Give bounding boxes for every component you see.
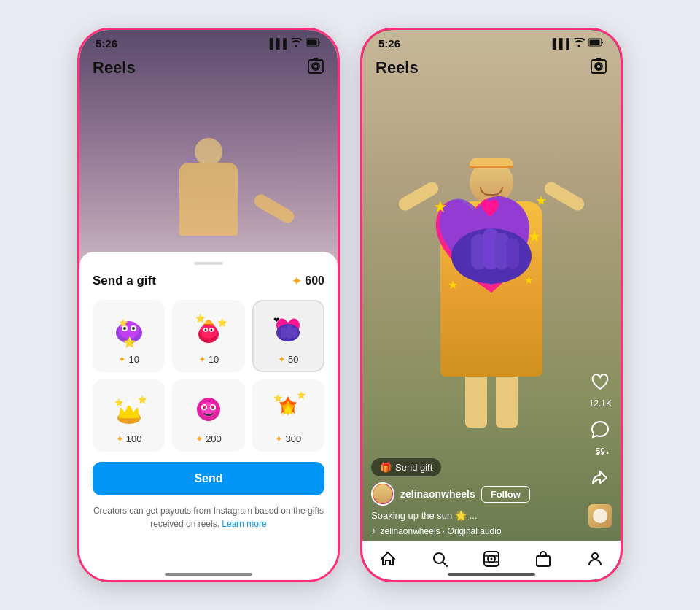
reels-title-1: Reels bbox=[93, 58, 136, 77]
comment-icon bbox=[591, 420, 610, 444]
send-gift-label: Send gift bbox=[395, 462, 432, 473]
svg-text:♥: ♥ bbox=[211, 404, 214, 410]
user-avatar bbox=[371, 482, 394, 506]
audio-thumbnail[interactable] bbox=[588, 504, 612, 528]
top-bar-1: Reels bbox=[79, 55, 338, 82]
like-count: 12.1K bbox=[589, 398, 612, 409]
gift-item-5[interactable]: ♥ ♥ ✦ 200 bbox=[172, 379, 244, 452]
svg-text:⭐: ⭐ bbox=[114, 398, 124, 407]
coin-amount: 600 bbox=[305, 274, 324, 287]
gift-disclaimer: Creators can get payouts from Instagram … bbox=[93, 504, 324, 530]
heart-icon bbox=[590, 372, 610, 396]
svg-text:⭐: ⭐ bbox=[195, 313, 206, 323]
nav-profile[interactable] bbox=[578, 546, 612, 576]
gift-emoji-2: ⭐ ⭐ bbox=[190, 310, 228, 350]
camera-icon-1[interactable] bbox=[307, 58, 324, 78]
status-time-2: 5:26 bbox=[378, 37, 400, 50]
svg-point-59 bbox=[592, 553, 598, 559]
wifi-icon-1 bbox=[290, 38, 302, 49]
svg-rect-19 bbox=[281, 327, 287, 339]
signal-icon-2: ▐▐▐ bbox=[549, 38, 569, 49]
status-icons-2: ▐▐▐ bbox=[549, 38, 604, 49]
share-icon bbox=[591, 468, 610, 493]
svg-point-15 bbox=[210, 329, 212, 331]
status-bar-1: 5:26 ▐▐▐ bbox=[79, 30, 338, 53]
top-bar-2: Reels bbox=[362, 55, 621, 82]
svg-rect-58 bbox=[537, 556, 550, 566]
gift-badge-icon: 🎁 bbox=[380, 462, 392, 473]
gift-price-2: ✦ 10 bbox=[198, 354, 219, 365]
nav-home[interactable] bbox=[370, 546, 405, 576]
gift-emoji-1: ⭐ ⭐ bbox=[110, 310, 148, 350]
user-row: zelinaonwheels Follow bbox=[371, 482, 584, 506]
gift-price-4: ✦ 100 bbox=[116, 433, 142, 444]
nav-reels[interactable] bbox=[474, 546, 509, 576]
share-button-group[interactable] bbox=[591, 468, 610, 493]
profile-icon bbox=[586, 550, 604, 572]
person-arms-1 bbox=[179, 202, 296, 224]
audio-label: zelinaonwheels · Original audio bbox=[381, 526, 502, 536]
learn-more-link[interactable]: Learn more bbox=[222, 519, 266, 529]
gift-price-1: ✦ 10 bbox=[118, 354, 139, 365]
gift-item-6[interactable]: ⭐ ⭐ ✦ 300 bbox=[252, 379, 324, 452]
svg-point-24 bbox=[127, 401, 131, 406]
svg-text:❤: ❤ bbox=[273, 316, 279, 324]
username-label: zelinaonwheels bbox=[400, 488, 475, 500]
like-button-group[interactable]: 12.1K bbox=[589, 372, 612, 409]
gift-emoji-4: ⭐ ⭐ bbox=[110, 390, 148, 429]
battery-icon-2 bbox=[588, 38, 604, 49]
reels-title-2: Reels bbox=[376, 58, 419, 77]
audio-row: ♪ zelinaonwheels · Original audio bbox=[371, 525, 584, 536]
reels-icon bbox=[483, 550, 500, 572]
gift-sheet-title: Send a gift bbox=[93, 274, 156, 288]
gift-emoji-6: ⭐ ⭐ bbox=[269, 390, 307, 429]
status-bar-2: 5:26 ▐▐▐ bbox=[362, 30, 621, 53]
gift-sheet: Send a gift ✦ 600 bbox=[79, 252, 338, 580]
more-dots[interactable]: ··· bbox=[596, 444, 610, 460]
reel-caption: Soaking up the sun 🌟 ... bbox=[371, 510, 584, 521]
music-icon: ♪ bbox=[371, 525, 376, 536]
svg-point-11 bbox=[200, 324, 217, 339]
send-gift-badge[interactable]: 🎁 Send gift bbox=[371, 458, 441, 476]
gift-item-2[interactable]: ⭐ ⭐ ✦ 10 bbox=[172, 300, 244, 372]
gift-emoji-5: ♥ ♥ bbox=[190, 390, 228, 429]
svg-text:⭐: ⭐ bbox=[273, 393, 283, 403]
svg-rect-20 bbox=[287, 325, 292, 339]
right-actions: 12.1K 59 bbox=[589, 372, 612, 493]
svg-point-7 bbox=[132, 327, 135, 330]
gift-item-1[interactable]: ⭐ ⭐ ✦ 10 bbox=[93, 300, 165, 372]
gift-price-3: ✦ 50 bbox=[278, 354, 298, 365]
home-bar-1 bbox=[165, 573, 252, 576]
svg-text:⭐: ⭐ bbox=[297, 390, 306, 400]
follow-button[interactable]: Follow bbox=[481, 486, 530, 503]
nav-shop[interactable] bbox=[526, 546, 561, 576]
phones-container: 5:26 ▐▐▐ Reels bbox=[77, 28, 623, 582]
svg-text:♥: ♥ bbox=[203, 404, 206, 410]
gift-item-4[interactable]: ⭐ ⭐ ✦ 100 bbox=[93, 379, 165, 452]
status-icons-1: ▐▐▐ bbox=[266, 38, 322, 49]
camera-icon-2[interactable] bbox=[590, 58, 607, 78]
send-button[interactable]: Send bbox=[93, 462, 324, 495]
phone-send-gift: 5:26 ▐▐▐ Reels bbox=[77, 28, 340, 582]
status-time-1: 5:26 bbox=[96, 37, 117, 50]
svg-point-55 bbox=[490, 557, 492, 560]
gift-grid: ⭐ ⭐ ✦ 10 bbox=[93, 300, 324, 452]
gift-price-6: ✦ 300 bbox=[275, 433, 301, 444]
svg-point-5 bbox=[123, 327, 126, 330]
svg-rect-21 bbox=[292, 328, 298, 338]
wifi-icon-2 bbox=[573, 38, 585, 49]
home-bar-2 bbox=[448, 573, 535, 576]
svg-text:⭐: ⭐ bbox=[119, 318, 128, 328]
search-icon bbox=[431, 550, 448, 572]
nav-search[interactable] bbox=[422, 546, 457, 576]
svg-point-14 bbox=[204, 329, 206, 331]
person-head-1 bbox=[195, 138, 222, 166]
home-icon bbox=[379, 550, 397, 572]
svg-text:⭐: ⭐ bbox=[122, 336, 136, 349]
phone-reel-view: ★ ★ ★ ★ ★ 5:26 ▐▐▐ bbox=[360, 28, 623, 582]
gift-coins: ✦ 600 bbox=[292, 274, 324, 288]
gift-item-3[interactable]: ❤ ✦ 50 bbox=[252, 300, 324, 372]
svg-text:⭐: ⭐ bbox=[138, 395, 147, 404]
reel-info: 🎁 Send gift zelinaonwheels Follow Soakin… bbox=[371, 458, 584, 536]
sheet-handle bbox=[194, 262, 223, 265]
